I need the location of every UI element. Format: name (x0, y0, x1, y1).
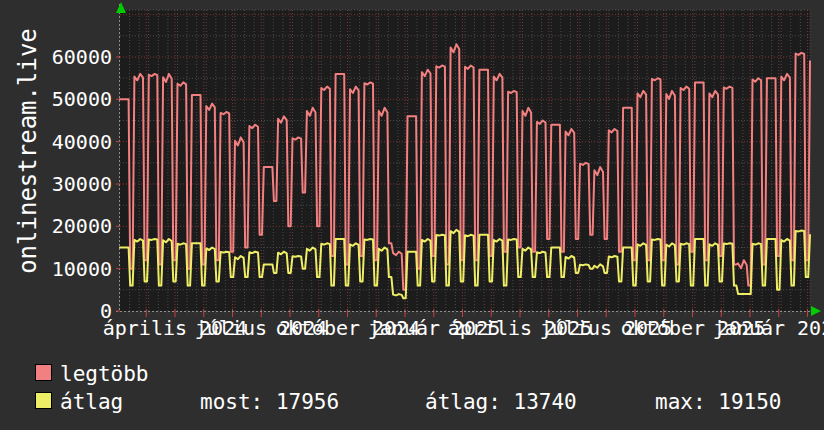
legend-row-legtobb: legtöbb (0, 362, 824, 388)
y-axis-label: 0 (0, 300, 112, 322)
y-axis-label: 60000 (0, 46, 112, 68)
stat-max: max: 19150 (655, 390, 781, 414)
stat-atlag-label: átlag: (425, 390, 501, 414)
x-axis-arrow-icon (811, 306, 821, 316)
y-axis-arrow-icon (116, 2, 126, 13)
y-axis-label: 10000 (0, 258, 112, 280)
legend-swatch-atlag (35, 392, 52, 409)
legend-swatch-legtobb (35, 364, 52, 381)
stat-most: most: 17956 (200, 390, 339, 414)
munin-graph-window: onlinestream.live 0100002000030000400005… (0, 0, 824, 430)
y-axis-label: 50000 (0, 88, 112, 110)
legend-label-legtobb: legtöbb (60, 362, 149, 386)
y-axis-label: 20000 (0, 215, 112, 237)
plot-area (0, 0, 824, 356)
legend-row-atlag: átlag most: 17956 átlag: 13740 max: 1915… (0, 390, 824, 416)
stat-atlag-value: 13740 (514, 390, 577, 414)
stat-atlag: átlag: 13740 (425, 390, 577, 414)
stat-max-label: max: (655, 390, 706, 414)
stat-most-label: most: (200, 390, 263, 414)
y-axis-label: 30000 (0, 173, 112, 195)
x-axis-label: január 2026 (713, 317, 824, 339)
legend-label-atlag: átlag (60, 390, 123, 414)
stat-most-value: 17956 (276, 390, 339, 414)
stat-max-value: 19150 (718, 390, 781, 414)
y-axis-label: 40000 (0, 131, 112, 153)
